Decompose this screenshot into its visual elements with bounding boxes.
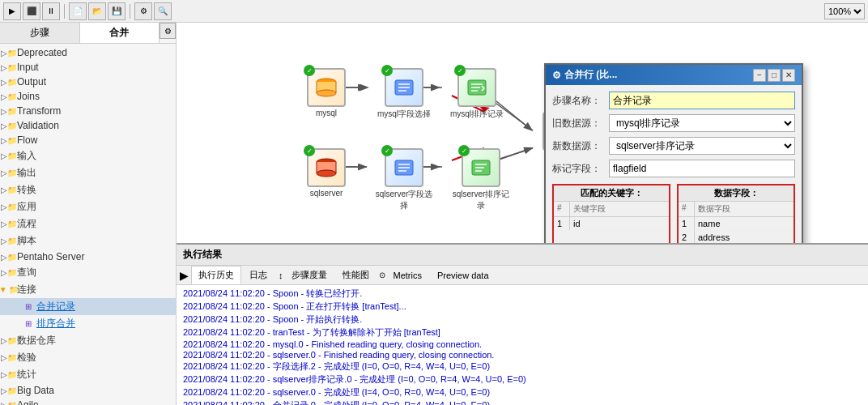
sidebar-item-output_cn[interactable]: ▷ 📁输出 [0, 164, 176, 181]
folder-icon: ▷ 📁 [3, 62, 15, 73]
folder-icon: ▷ 📁 [3, 399, 15, 405]
node-mysql[interactable]: ✓ mysql [298, 68, 355, 117]
node-sqlserver-sort[interactable]: ✓ sqlserver排序记录 [440, 148, 521, 211]
modal-data-cell-field-2: address [695, 231, 794, 243]
node-mysql-select[interactable]: ✓ mysql字段选择 [368, 68, 440, 120]
modal-step-name-input[interactable] [609, 92, 795, 109]
sidebar-item-label-merge_records: 合并记录 [36, 300, 75, 313]
sidebar-item-label-pentaho: Pentaho Server [17, 251, 84, 262]
zoom-select[interactable]: 100% [824, 3, 865, 19]
sidebar-item-label-sort_merge: 排序合并 [36, 317, 75, 330]
tab-step-metrics[interactable]: 步骤度量 [284, 266, 334, 284]
sidebar-item-check[interactable]: ▷ 📁检验 [0, 349, 176, 366]
toolbar-btn-play[interactable]: ▶ [3, 2, 21, 20]
node-sqlserver-select[interactable]: ✓ sqlserver字段选择 [368, 148, 440, 211]
sidebar-item-agile[interactable]: ▷ 📁Agile [0, 398, 176, 405]
modal-data-table-cols: # 数据字段 [679, 202, 794, 217]
sidebar-item-stats[interactable]: ▷ 📁统计 [0, 366, 176, 383]
folder-icon: ▷ 📁 [3, 202, 15, 213]
node-check-mysql-sort: ✓ [454, 65, 466, 76]
sidebar-item-output[interactable]: ▷ 📁Output [0, 75, 176, 89]
node-mysql-sort-label: mysql排序记录 [450, 109, 504, 120]
log-line: 2021/08/24 11:02:20 - sqlserver.0 - 完成处理… [183, 386, 862, 399]
node-check-sqlserver-select: ✓ [381, 145, 393, 156]
sidebar-item-label-bigdata: Big Data [17, 385, 54, 396]
node-sqlserver-select-label: sqlserver字段选择 [372, 189, 436, 211]
sidebar-item-bigdata[interactable]: ▷ 📁Big Data [0, 383, 176, 398]
modal-key-table-header: 匹配的关键字： [554, 185, 669, 202]
sidebar: 步骤 合并 ⚙ ▷ 📁Deprecated▷ 📁Input▷ 📁Output▷ … [0, 23, 177, 405]
sidebar-item-label-query: 查询 [17, 266, 36, 279]
modal-new-source-select[interactable]: sqlserver排序记录 [609, 137, 795, 155]
canvas[interactable]: ✓ mysql ✓ [177, 23, 868, 243]
sidebar-item-label-transform_cn: 转换 [17, 183, 36, 197]
node-sqlserver[interactable]: ✓ sqlserver [298, 148, 355, 198]
toolbar-btn-save[interactable]: 💾 [108, 2, 126, 20]
log-line: 2021/08/24 11:02:20 - tranTest - 为了转换解除补… [183, 326, 862, 339]
sidebar-tab-steps[interactable]: 步骤 [0, 23, 80, 43]
toolbar-btn-settings[interactable]: ⚙ [134, 2, 152, 20]
modal-old-source-label: 旧数据源： [552, 117, 609, 130]
sidebar-tab-merge[interactable]: 合并 [80, 23, 160, 43]
sidebar-item-flow_cn[interactable]: ▷ 📁流程 [0, 215, 176, 232]
folder-icon: ▷ 📁 [3, 151, 15, 162]
toolbar-btn-pause[interactable]: ⏸ [42, 2, 60, 20]
tab-log[interactable]: 日志 [242, 266, 274, 284]
modal-data-row-1: 1 name [679, 217, 794, 231]
modal-maximize-btn[interactable]: □ [768, 69, 781, 82]
log-line: 2021/08/24 11:02:20 - Spoon - 转换已经打开. [183, 287, 862, 300]
modal-data-cell-field-1: name [695, 217, 794, 230]
svg-point-33 [317, 170, 336, 177]
toolbar-btn-new[interactable]: 📄 [69, 2, 87, 20]
sidebar-item-label-input: Input [17, 62, 39, 73]
sidebar-item-label-stats: 统计 [17, 368, 36, 382]
modal-step-name-label: 步骤名称： [552, 94, 609, 108]
modal-data-cell-num-1: 1 [679, 217, 695, 230]
node-mysql-sort[interactable]: ✓ mysql排序记录 [440, 68, 513, 120]
log-line: 2021/08/24 11:02:20 - Spoon - 开始执行转换. [183, 313, 862, 326]
modal-minimize-btn[interactable]: − [753, 69, 766, 82]
folder-icon: ▷ 📁 [3, 251, 15, 262]
sidebar-item-pentaho[interactable]: ▷ 📁Pentaho Server [0, 249, 176, 264]
sidebar-item-query[interactable]: ▷ 📁查询 [0, 264, 176, 281]
tab-performance[interactable]: 性能图 [335, 266, 377, 284]
sidebar-item-script[interactable]: ▷ 📁脚本 [0, 232, 176, 249]
sidebar-item-validation[interactable]: ▷ 📁Validation [0, 118, 176, 133]
sidebar-item-connect[interactable]: ▼ 📁连接 [0, 281, 176, 298]
log-line: 2021/08/24 11:02:20 - mysql.0 - Finished… [183, 339, 862, 349]
canvas-area: ✓ mysql ✓ [177, 23, 868, 405]
log-line: 2021/08/24 11:02:20 - Spoon - 正在打开转换 [tr… [183, 300, 862, 313]
bottom-panel: 执行结果 ▶ 执行历史 日志 ↕ 步骤度量 性能图 ⊙ Metrics Prev… [177, 243, 868, 405]
toolbar-btn-stop[interactable]: ⬛ [23, 2, 40, 20]
sidebar-item-sort_merge[interactable]: ⊞排序合并 [0, 315, 176, 332]
tab-preview[interactable]: Preview data [430, 267, 496, 284]
sidebar-item-input_cn[interactable]: ▷ 📁输入 [0, 147, 176, 164]
sidebar-tab-icon[interactable]: ⚙ [160, 23, 176, 39]
folder-icon: ▷ 📁 [3, 120, 15, 131]
modal-flag-field-input[interactable] [609, 160, 795, 177]
modal-titlebar[interactable]: ⚙ 合并行 (比... − □ ✕ [546, 65, 802, 85]
modal-row-old-source: 旧数据源： mysql排序记录 [552, 114, 795, 132]
modal-data-table: 数据字段： # 数据字段 1 name 2 [677, 184, 795, 243]
sidebar-item-transform[interactable]: ▷ 📁Transform [0, 104, 176, 118]
metrics-icon: ⊙ [379, 271, 385, 279]
sidebar-item-merge_records[interactable]: ⊞合并记录 [0, 298, 176, 315]
sidebar-item-flow[interactable]: ▷ 📁Flow [0, 133, 176, 147]
sidebar-item-data_warehouse[interactable]: ▷ 📁数据仓库 [0, 332, 176, 349]
modal-row-flag-field: 标记字段： [552, 160, 795, 177]
sidebar-item-input[interactable]: ▷ 📁Input [0, 60, 176, 75]
sidebar-item-label-flow_cn: 流程 [17, 217, 36, 231]
sidebar-item-joins[interactable]: ▷ 📁Joins [0, 89, 176, 104]
toolbar-btn-open[interactable]: 📂 [88, 2, 106, 20]
sidebar-item-transform_cn[interactable]: ▷ 📁转换 [0, 181, 176, 198]
sidebar-item-deprecated[interactable]: ▷ 📁Deprecated [0, 45, 176, 60]
sidebar-item-app[interactable]: ▷ 📁应用 [0, 198, 176, 215]
folder-icon: ▷ 📁 [3, 47, 15, 58]
toolbar-btn-search[interactable]: 🔍 [154, 2, 172, 20]
tab-metrics[interactable]: Metrics [386, 267, 429, 284]
modal-old-source-select[interactable]: mysql排序记录 [609, 114, 795, 132]
modal-key-table-cols: # 关键字段 [554, 202, 669, 217]
modal-close-btn[interactable]: ✕ [782, 69, 795, 82]
node-sqlserver-label: sqlserver [310, 189, 343, 198]
tab-history[interactable]: 执行历史 [191, 266, 241, 284]
